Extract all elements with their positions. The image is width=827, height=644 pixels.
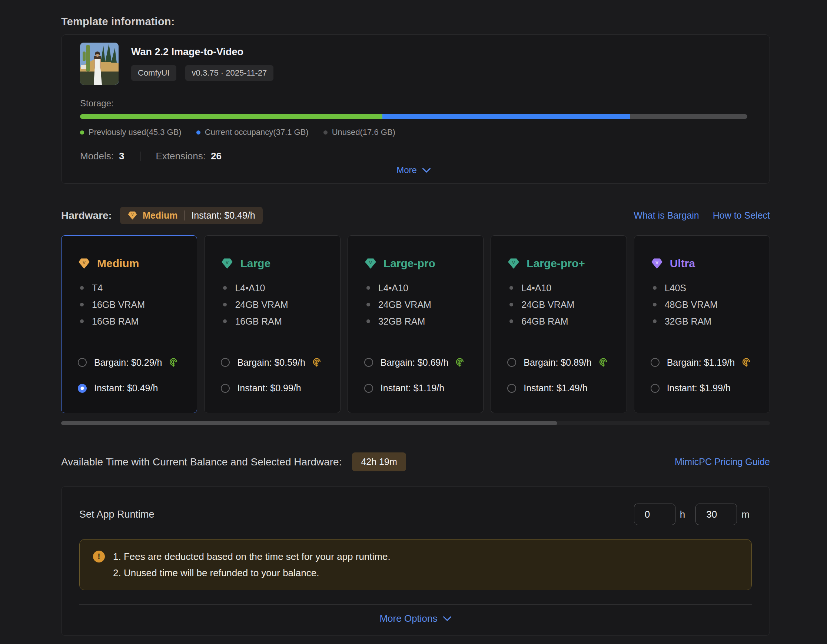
legend-item-current-occupancy: Current occupancy(37.1 GB) <box>197 128 309 137</box>
bargain-signal-icon <box>598 357 609 368</box>
runtime-notice: ! 1. Fees are deducted based on the time… <box>79 539 752 590</box>
instant-radio-checked[interactable] <box>78 384 87 393</box>
available-time-label: Available Time with Current Balance and … <box>61 456 342 468</box>
models-label: Models: <box>80 150 114 162</box>
chevron-down-icon <box>422 167 431 173</box>
cards-horizontal-scrollbar[interactable] <box>61 421 770 425</box>
hardware-card-ultra[interactable]: V Ultra L40S 48GB VRAM 32GB RAM Bargain:… <box>634 235 770 413</box>
runtime-hours-input[interactable] <box>634 504 676 525</box>
chevron-down-icon <box>443 616 452 621</box>
selected-hardware-badge: V Medium Instant: $0.49/h <box>120 207 263 224</box>
tier-name: Ultra <box>670 257 695 270</box>
hardware-cards-row: V Medium T4 16GB VRAM 16GB RAM Bargain: … <box>61 235 770 413</box>
gem-icon: V <box>364 257 377 270</box>
bargain-option[interactable]: Bargain: $1.19/h <box>651 357 755 368</box>
gem-icon: V <box>128 211 137 220</box>
instant-radio[interactable] <box>221 384 230 393</box>
spec-item: L40S <box>651 282 755 293</box>
how-to-select-link[interactable]: How to Select <box>713 210 770 221</box>
bargain-option[interactable]: Bargain: $0.69/h <box>364 357 469 368</box>
svg-text:V: V <box>512 260 515 265</box>
tier-name: Large-pro <box>384 257 435 270</box>
extensions-label: Extensions: <box>156 150 206 162</box>
gem-icon: V <box>651 257 663 270</box>
instant-option[interactable]: Instant: $1.49/h <box>507 383 612 393</box>
warning-icon: ! <box>93 550 105 563</box>
svg-text:V: V <box>655 260 658 265</box>
template-section-title: Template information: <box>61 16 770 28</box>
scrollbar-thumb[interactable] <box>61 421 557 425</box>
page: Template information: <box>0 0 827 636</box>
gem-icon: V <box>507 257 520 270</box>
svg-text:V: V <box>83 260 86 265</box>
badge-divider <box>184 211 184 220</box>
legend-dot-green <box>80 131 84 134</box>
bargain-signal-icon <box>454 357 465 368</box>
spec-item: 16GB RAM <box>78 316 183 327</box>
hardware-label: Hardware: <box>61 210 112 221</box>
template-info-card: Wan 2.2 Image-to-Video ComfyUI v0.3.75 ·… <box>61 34 770 184</box>
spec-item: 32GB RAM <box>364 316 469 327</box>
spec-item: 24GB VRAM <box>507 299 612 310</box>
extensions-value: 26 <box>211 150 222 162</box>
spec-list: L4•A10 24GB VRAM 16GB RAM <box>221 282 326 327</box>
bargain-signal-icon <box>311 357 322 368</box>
instant-option[interactable]: Instant: $0.99/h <box>221 383 326 393</box>
models-value: 3 <box>119 150 124 162</box>
instant-option[interactable]: Instant: $1.19/h <box>364 383 469 393</box>
runtime-minutes-input[interactable] <box>696 504 737 525</box>
hardware-card-large-pro-plus[interactable]: V Large-pro+ L4•A10 24GB VRAM 64GB RAM B… <box>491 235 627 413</box>
spec-item: 16GB RAM <box>221 316 326 327</box>
more-button[interactable]: More <box>396 165 431 175</box>
bargain-radio[interactable] <box>364 358 373 367</box>
svg-text:V: V <box>131 213 134 217</box>
more-options-button[interactable]: More Options <box>379 613 451 624</box>
spec-list: L4•A10 24GB VRAM 32GB RAM <box>364 282 469 327</box>
template-tag-version: v0.3.75 · 2025-11-27 <box>185 65 274 81</box>
hardware-card-large[interactable]: V Large L4•A10 24GB VRAM 16GB RAM Bargai… <box>204 235 340 413</box>
svg-text:V: V <box>369 260 372 265</box>
instant-radio[interactable] <box>651 384 660 393</box>
what-is-bargain-link[interactable]: What is Bargain <box>634 210 699 221</box>
counts-divider <box>140 151 140 161</box>
counts-row: Models: 3 Extensions: 26 <box>80 150 747 162</box>
spec-list: L4•A10 24GB VRAM 64GB RAM <box>507 282 612 327</box>
bargain-option[interactable]: Bargain: $0.89/h <box>507 357 612 368</box>
hardware-header-row: Hardware: V Medium Instant: $0.49/h What… <box>61 207 770 224</box>
svg-text:V: V <box>226 260 229 265</box>
instant-radio[interactable] <box>364 384 373 393</box>
gem-icon: V <box>221 257 233 270</box>
minutes-unit-label: m <box>741 509 749 520</box>
notice-line-2: 2. Unused time will be refunded to your … <box>113 565 390 581</box>
hardware-card-large-pro[interactable]: V Large-pro L4•A10 24GB VRAM 32GB RAM Ba… <box>348 235 484 413</box>
hardware-card-medium[interactable]: V Medium T4 16GB VRAM 16GB RAM Bargain: … <box>61 235 197 413</box>
runtime-card: Set App Runtime h m ! 1. Fees are deduct… <box>61 486 770 636</box>
badge-price: Instant: $0.49/h <box>191 210 255 221</box>
spec-item: 48GB VRAM <box>651 299 755 310</box>
template-tag-app: ComfyUI <box>131 65 176 81</box>
legend-item-unused: Unused(17.6 GB) <box>323 128 395 137</box>
storage-seg-unused <box>630 114 747 119</box>
pricing-guide-link[interactable]: MimicPC Pricing Guide <box>675 457 770 467</box>
storage-seg-current-occupancy <box>382 114 630 119</box>
bargain-option[interactable]: Bargain: $0.59/h <box>221 357 326 368</box>
instant-radio[interactable] <box>507 384 516 393</box>
bargain-radio[interactable] <box>507 358 516 367</box>
legend-item-previously-used: Previously used(45.3 GB) <box>80 128 181 137</box>
spec-list: T4 16GB VRAM 16GB RAM <box>78 282 183 327</box>
bargain-radio[interactable] <box>221 358 230 367</box>
instant-option[interactable]: Instant: $1.99/h <box>651 383 755 393</box>
available-time-row: Available Time with Current Balance and … <box>61 452 770 471</box>
badge-tier: Medium <box>143 210 178 221</box>
tier-name: Large <box>240 257 270 270</box>
bargain-option[interactable]: Bargain: $0.29/h <box>78 357 183 368</box>
spec-item: L4•A10 <box>221 282 326 293</box>
storage-seg-previously-used <box>80 114 382 119</box>
spec-item: 24GB VRAM <box>221 299 326 310</box>
available-time-badge: 42h 19m <box>352 452 406 471</box>
instant-option[interactable]: Instant: $0.49/h <box>78 383 183 393</box>
storage-usage-bar <box>80 114 747 119</box>
bargain-radio[interactable] <box>78 358 87 367</box>
storage-label: Storage: <box>80 98 747 109</box>
bargain-radio[interactable] <box>651 358 660 367</box>
